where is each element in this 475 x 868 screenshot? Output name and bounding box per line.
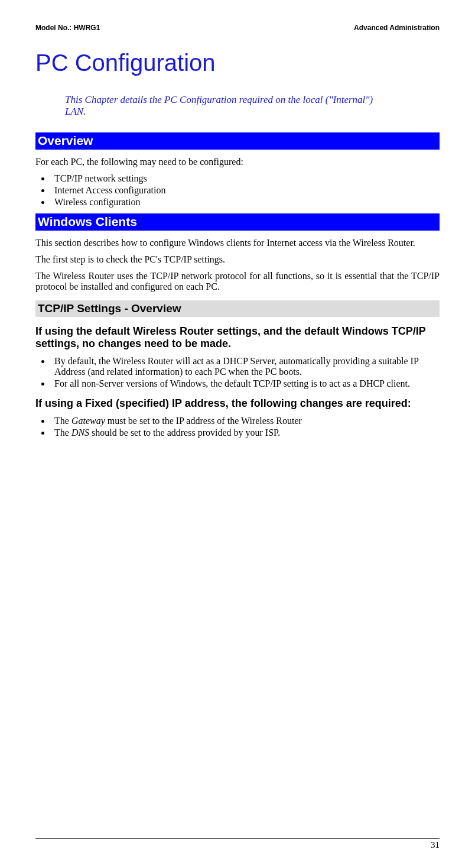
list-item: TCP/IP network settings (51, 173, 440, 184)
list-item: Wireless configuration (51, 197, 440, 208)
page-header: Model No.: HWRG1 Advanced Administration (35, 24, 440, 32)
dns-term: DNS (71, 427, 89, 438)
text-prefix: The (54, 416, 71, 426)
list-item: The DNS should be set to the address pro… (51, 427, 440, 438)
list-item: Internet Access configuration (51, 185, 440, 196)
fixed-ip-heading: If using a Fixed (specified) IP address,… (35, 397, 440, 410)
tcpip-heading: TCP/IP Settings - Overview (35, 300, 440, 317)
text-prefix: The (54, 427, 71, 438)
chapter-title: PC Configuration (35, 50, 440, 76)
gateway-term: Gateway (71, 416, 105, 426)
windows-para3: The Wireless Router uses the TCP/IP netw… (35, 271, 440, 292)
chapter-subtitle: This Chapter details the PC Configuratio… (65, 94, 396, 118)
default-settings-heading: If using the default Wireless Router set… (35, 325, 440, 350)
overview-list: TCP/IP network settings Internet Access … (35, 173, 440, 208)
page-footer: 31 (35, 838, 440, 850)
text-suffix: should be set to the address provided by… (89, 427, 280, 438)
list-item: By default, the Wireless Router will act… (51, 356, 440, 377)
fixed-ip-list: The Gateway must be set to the IP addres… (35, 416, 440, 438)
text-suffix: must be set to the IP address of the Wir… (105, 416, 302, 426)
windows-clients-heading: Windows Clients (35, 213, 440, 231)
page-number: 31 (431, 840, 440, 850)
windows-para1: This section describes how to configure … (35, 238, 440, 248)
overview-intro: For each PC, the following may need to b… (35, 157, 440, 167)
list-item: The Gateway must be set to the IP addres… (51, 416, 440, 426)
windows-para2: The first step is to check the PC's TCP/… (35, 254, 440, 265)
overview-heading: Overview (35, 132, 440, 150)
model-number: Model No.: HWRG1 (35, 24, 100, 32)
list-item: For all non-Server versions of Windows, … (51, 378, 440, 389)
section-name: Advanced Administration (354, 24, 440, 32)
default-settings-list: By default, the Wireless Router will act… (35, 356, 440, 389)
